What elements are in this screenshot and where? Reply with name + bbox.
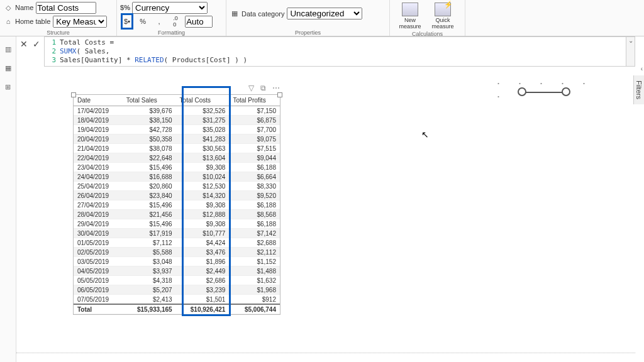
sync-slicer-gizmo: . . . . . . bbox=[497, 73, 604, 104]
report-canvas[interactable]: ▽ ⧉ ⋯ DateTotal SalesTotal CostsTotal Pr… bbox=[16, 69, 635, 362]
ribbon: ◇ Name ⌂ Home table Key Measures Structu… bbox=[0, 0, 644, 36]
dots-icon: . . . . . . bbox=[497, 74, 599, 101]
decimals-input[interactable] bbox=[185, 16, 213, 28]
table-row: 28/04/2019$21,456$12,888$8,568 bbox=[74, 210, 280, 219]
datacat-label: Data category bbox=[242, 10, 284, 18]
table-row: 17/04/2019$39,676$32,526$7,150 bbox=[74, 106, 280, 116]
table-row: 05/05/2019$4,318$2,686$1,632 bbox=[74, 276, 280, 285]
format-icon: $% bbox=[121, 3, 130, 12]
table-row: 22/04/2019$22,648$13,604$9,044 bbox=[74, 153, 280, 163]
properties-group-label: Properties bbox=[230, 29, 386, 36]
more-visual-icon[interactable]: ⋯ bbox=[272, 84, 280, 92]
data-view-icon[interactable]: ▦ bbox=[3, 63, 13, 73]
datacat-select[interactable]: Uncategorized bbox=[287, 8, 362, 19]
table-row: 29/04/2019$15,496$9,308$6,188 bbox=[74, 219, 280, 229]
cancel-formula-icon[interactable]: ✕ bbox=[20, 39, 28, 49]
table-row: 20/04/2019$50,358$41,283$9,075 bbox=[74, 134, 280, 144]
table-header[interactable]: Total Costs bbox=[176, 95, 230, 106]
table-row: 21/04/2019$38,078$30,563$7,515 bbox=[74, 144, 280, 153]
formula-expand-icon[interactable]: ⌄ bbox=[626, 36, 635, 67]
calculator-bolt-icon bbox=[435, 3, 451, 16]
table-row: 19/04/2019$42,728$35,028$7,700 bbox=[74, 125, 280, 134]
table-row: 07/05/2019$2,413$1,501$912 bbox=[74, 295, 280, 305]
percent-button[interactable]: % bbox=[136, 15, 150, 28]
table-total-row: Total$15,933,165$10,926,421$5,006,744 bbox=[74, 304, 280, 314]
table-row: 06/05/2019$5,207$3,239$1,968 bbox=[74, 285, 280, 295]
formula-bar: ✕ ✓ 1Total Costs = 2SUMX( Sales, 3 Sales… bbox=[16, 36, 635, 67]
table-row: 27/04/2019$15,496$9,308$6,188 bbox=[74, 200, 280, 210]
table-row: 25/04/2019$20,860$12,530$8,330 bbox=[74, 182, 280, 191]
calculator-icon bbox=[402, 3, 418, 16]
filters-pane-tab[interactable]: Filters bbox=[633, 75, 644, 104]
table-row: 18/04/2019$38,150$31,275$6,875 bbox=[74, 116, 280, 125]
table-header[interactable]: Total Sales bbox=[123, 95, 176, 106]
table-row: 02/05/2019$5,588$3,476$2,112 bbox=[74, 248, 280, 257]
format-type-select[interactable]: Currency bbox=[132, 2, 208, 14]
comma-button[interactable]: , bbox=[152, 15, 166, 28]
table-header[interactable]: Date bbox=[74, 95, 123, 106]
filter-visual-icon[interactable]: ▽ bbox=[248, 84, 254, 92]
table-visual[interactable]: ▽ ⧉ ⋯ DateTotal SalesTotal CostsTotal Pr… bbox=[73, 94, 280, 315]
filters-collapse-icon[interactable]: ‹ bbox=[641, 65, 643, 72]
view-rail: ▥ ▦ ⊞ bbox=[0, 36, 16, 362]
table-row: 03/05/2019$3,048$1,896$1,152 bbox=[74, 257, 280, 266]
name-input[interactable] bbox=[36, 2, 96, 14]
table-row: 26/04/2019$23,840$14,320$9,520 bbox=[74, 191, 280, 200]
table-row: 01/05/2019$7,112$4,424$2,688 bbox=[74, 238, 280, 248]
commit-formula-icon[interactable]: ✓ bbox=[33, 39, 40, 49]
quick-measure-button[interactable]: Quick measure bbox=[426, 1, 459, 30]
datacat-icon: ▦ bbox=[230, 9, 239, 18]
table-row: 30/04/2019$17,919$10,777$7,142 bbox=[74, 229, 280, 238]
cursor-icon: ↖ bbox=[421, 129, 429, 140]
table-header[interactable]: Total Profits bbox=[229, 95, 280, 106]
new-measure-button[interactable]: New measure bbox=[394, 1, 426, 30]
tag-icon: ◇ bbox=[4, 3, 13, 12]
home-table-select[interactable]: Key Measures bbox=[53, 16, 107, 28]
home-icon: ⌂ bbox=[4, 17, 13, 26]
table-row: 24/04/2019$16,688$10,024$6,664 bbox=[74, 172, 280, 182]
table-row: 23/04/2019$15,496$9,308$6,188 bbox=[74, 163, 280, 172]
focus-visual-icon[interactable]: ⧉ bbox=[260, 84, 266, 92]
data-table: DateTotal SalesTotal CostsTotal Profits … bbox=[74, 95, 280, 314]
formatting-group-label: Formatting bbox=[121, 29, 222, 36]
report-view-icon[interactable]: ▥ bbox=[3, 44, 13, 54]
currency-symbol-button[interactable]: $ ▾ bbox=[121, 13, 133, 30]
structure-group-label: Structure bbox=[4, 29, 113, 36]
model-view-icon[interactable]: ⊞ bbox=[3, 82, 13, 92]
name-label: Name bbox=[15, 4, 33, 11]
decimal-button[interactable]: .00 bbox=[169, 15, 182, 28]
formula-editor[interactable]: 1Total Costs = 2SUMX( Sales, 3 Sales[Qua… bbox=[44, 36, 626, 67]
table-row: 04/05/2019$3,937$2,449$1,488 bbox=[74, 266, 280, 276]
home-table-label: Home table bbox=[15, 18, 50, 25]
canvas-border bbox=[16, 353, 635, 353]
